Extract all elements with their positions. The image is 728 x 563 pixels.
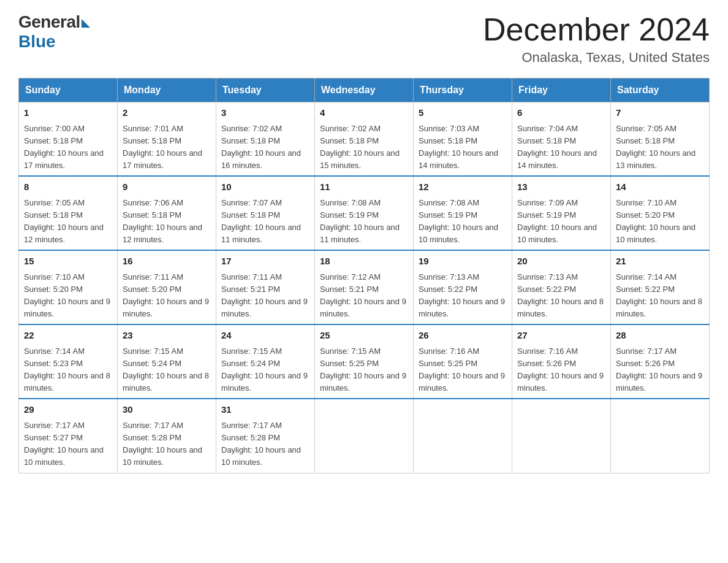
day-number: 18 bbox=[320, 255, 408, 269]
day-info: Sunrise: 7:17 AMSunset: 5:27 PMDaylight:… bbox=[24, 421, 104, 467]
day-cell: 28 Sunrise: 7:17 AMSunset: 5:26 PMDaylig… bbox=[611, 324, 710, 399]
day-cell bbox=[611, 399, 710, 473]
day-info: Sunrise: 7:13 AMSunset: 5:22 PMDaylight:… bbox=[517, 272, 604, 318]
day-info: Sunrise: 7:07 AMSunset: 5:18 PMDaylight:… bbox=[221, 198, 301, 244]
day-number: 5 bbox=[419, 106, 507, 120]
day-cell: 7 Sunrise: 7:05 AMSunset: 5:18 PMDayligh… bbox=[611, 102, 710, 177]
day-number: 17 bbox=[221, 255, 309, 269]
day-cell: 12 Sunrise: 7:08 AMSunset: 5:19 PMDaylig… bbox=[414, 176, 512, 250]
day-number: 1 bbox=[24, 106, 112, 120]
header-cell-thursday: Thursday bbox=[414, 79, 512, 102]
day-number: 26 bbox=[419, 329, 507, 343]
location-text: Onalaska, Texas, United States bbox=[483, 50, 710, 66]
week-row-1: 1 Sunrise: 7:00 AMSunset: 5:18 PMDayligh… bbox=[19, 102, 710, 177]
day-cell: 8 Sunrise: 7:05 AMSunset: 5:18 PMDayligh… bbox=[19, 176, 118, 250]
day-number: 14 bbox=[616, 180, 704, 194]
day-number: 28 bbox=[616, 329, 704, 343]
day-cell: 18 Sunrise: 7:12 AMSunset: 5:21 PMDaylig… bbox=[315, 250, 414, 324]
day-number: 3 bbox=[221, 106, 309, 120]
day-cell: 27 Sunrise: 7:16 AMSunset: 5:26 PMDaylig… bbox=[512, 324, 611, 399]
day-number: 2 bbox=[123, 106, 211, 120]
day-info: Sunrise: 7:17 AMSunset: 5:28 PMDaylight:… bbox=[123, 421, 202, 467]
day-info: Sunrise: 7:15 AMSunset: 5:25 PMDaylight:… bbox=[320, 347, 406, 393]
day-info: Sunrise: 7:05 AMSunset: 5:18 PMDaylight:… bbox=[24, 198, 104, 244]
day-cell bbox=[315, 399, 414, 473]
day-cell: 3 Sunrise: 7:02 AMSunset: 5:18 PMDayligh… bbox=[216, 102, 315, 177]
logo-arrow-icon bbox=[82, 19, 90, 28]
month-title: December 2024 bbox=[483, 12, 710, 47]
title-area: December 2024 Onalaska, Texas, United St… bbox=[483, 12, 710, 66]
day-number: 4 bbox=[320, 106, 408, 120]
day-cell: 10 Sunrise: 7:07 AMSunset: 5:18 PMDaylig… bbox=[216, 176, 315, 250]
week-row-5: 29 Sunrise: 7:17 AMSunset: 5:27 PMDaylig… bbox=[19, 399, 710, 473]
day-cell: 17 Sunrise: 7:11 AMSunset: 5:21 PMDaylig… bbox=[216, 250, 315, 324]
day-cell: 31 Sunrise: 7:17 AMSunset: 5:28 PMDaylig… bbox=[216, 399, 315, 473]
day-cell: 4 Sunrise: 7:02 AMSunset: 5:18 PMDayligh… bbox=[315, 102, 414, 177]
day-info: Sunrise: 7:01 AMSunset: 5:18 PMDaylight:… bbox=[123, 124, 202, 170]
day-cell: 16 Sunrise: 7:11 AMSunset: 5:20 PMDaylig… bbox=[118, 250, 216, 324]
day-info: Sunrise: 7:10 AMSunset: 5:20 PMDaylight:… bbox=[24, 272, 110, 318]
day-number: 16 bbox=[123, 255, 211, 269]
day-number: 20 bbox=[517, 255, 605, 269]
day-cell: 2 Sunrise: 7:01 AMSunset: 5:18 PMDayligh… bbox=[118, 102, 216, 177]
week-row-2: 8 Sunrise: 7:05 AMSunset: 5:18 PMDayligh… bbox=[19, 176, 710, 250]
header-cell-friday: Friday bbox=[512, 79, 611, 102]
day-number: 10 bbox=[221, 180, 309, 194]
day-info: Sunrise: 7:14 AMSunset: 5:23 PMDaylight:… bbox=[24, 347, 110, 393]
day-cell: 20 Sunrise: 7:13 AMSunset: 5:22 PMDaylig… bbox=[512, 250, 611, 324]
day-cell: 29 Sunrise: 7:17 AMSunset: 5:27 PMDaylig… bbox=[19, 399, 118, 473]
logo: General Blue bbox=[18, 12, 90, 52]
week-row-3: 15 Sunrise: 7:10 AMSunset: 5:20 PMDaylig… bbox=[19, 250, 710, 324]
day-info: Sunrise: 7:09 AMSunset: 5:19 PMDaylight:… bbox=[517, 198, 597, 244]
header-cell-saturday: Saturday bbox=[611, 79, 710, 102]
day-cell: 13 Sunrise: 7:09 AMSunset: 5:19 PMDaylig… bbox=[512, 176, 611, 250]
day-cell: 19 Sunrise: 7:13 AMSunset: 5:22 PMDaylig… bbox=[414, 250, 512, 324]
day-number: 6 bbox=[517, 106, 605, 120]
day-number: 13 bbox=[517, 180, 605, 194]
day-info: Sunrise: 7:11 AMSunset: 5:21 PMDaylight:… bbox=[221, 272, 308, 318]
day-info: Sunrise: 7:17 AMSunset: 5:28 PMDaylight:… bbox=[221, 421, 301, 467]
day-cell: 24 Sunrise: 7:15 AMSunset: 5:24 PMDaylig… bbox=[216, 324, 315, 399]
day-info: Sunrise: 7:06 AMSunset: 5:18 PMDaylight:… bbox=[123, 198, 202, 244]
day-number: 29 bbox=[24, 403, 112, 417]
day-info: Sunrise: 7:15 AMSunset: 5:24 PMDaylight:… bbox=[221, 347, 308, 393]
day-number: 21 bbox=[616, 255, 704, 269]
day-info: Sunrise: 7:14 AMSunset: 5:22 PMDaylight:… bbox=[616, 272, 702, 318]
day-number: 9 bbox=[123, 180, 211, 194]
day-info: Sunrise: 7:10 AMSunset: 5:20 PMDaylight:… bbox=[616, 198, 696, 244]
day-number: 8 bbox=[24, 180, 112, 194]
day-info: Sunrise: 7:08 AMSunset: 5:19 PMDaylight:… bbox=[320, 198, 400, 244]
day-number: 22 bbox=[24, 329, 112, 343]
day-info: Sunrise: 7:03 AMSunset: 5:18 PMDaylight:… bbox=[419, 124, 498, 170]
day-cell bbox=[512, 399, 611, 473]
day-number: 30 bbox=[123, 403, 211, 417]
day-info: Sunrise: 7:08 AMSunset: 5:19 PMDaylight:… bbox=[419, 198, 498, 244]
day-cell: 9 Sunrise: 7:06 AMSunset: 5:18 PMDayligh… bbox=[118, 176, 216, 250]
day-number: 15 bbox=[24, 255, 112, 269]
week-row-4: 22 Sunrise: 7:14 AMSunset: 5:23 PMDaylig… bbox=[19, 324, 710, 399]
day-cell: 23 Sunrise: 7:15 AMSunset: 5:24 PMDaylig… bbox=[118, 324, 216, 399]
day-info: Sunrise: 7:16 AMSunset: 5:26 PMDaylight:… bbox=[517, 347, 604, 393]
day-info: Sunrise: 7:12 AMSunset: 5:21 PMDaylight:… bbox=[320, 272, 406, 318]
day-info: Sunrise: 7:00 AMSunset: 5:18 PMDaylight:… bbox=[24, 124, 104, 170]
logo-general-text: General bbox=[18, 12, 80, 32]
day-info: Sunrise: 7:02 AMSunset: 5:18 PMDaylight:… bbox=[320, 124, 400, 170]
day-info: Sunrise: 7:13 AMSunset: 5:22 PMDaylight:… bbox=[419, 272, 505, 318]
day-number: 19 bbox=[419, 255, 507, 269]
day-cell: 6 Sunrise: 7:04 AMSunset: 5:18 PMDayligh… bbox=[512, 102, 611, 177]
day-number: 7 bbox=[616, 106, 704, 120]
header-cell-tuesday: Tuesday bbox=[216, 79, 315, 102]
page-header: General Blue December 2024 Onalaska, Tex… bbox=[18, 12, 710, 66]
day-number: 11 bbox=[320, 180, 408, 194]
day-number: 23 bbox=[123, 329, 211, 343]
header-cell-monday: Monday bbox=[118, 79, 216, 102]
day-cell: 25 Sunrise: 7:15 AMSunset: 5:25 PMDaylig… bbox=[315, 324, 414, 399]
day-number: 12 bbox=[419, 180, 507, 194]
day-number: 27 bbox=[517, 329, 605, 343]
day-info: Sunrise: 7:02 AMSunset: 5:18 PMDaylight:… bbox=[221, 124, 301, 170]
day-number: 31 bbox=[221, 403, 309, 417]
calendar-table: SundayMondayTuesdayWednesdayThursdayFrid… bbox=[18, 78, 710, 473]
logo-blue-text: Blue bbox=[18, 32, 56, 52]
header-cell-sunday: Sunday bbox=[19, 79, 118, 102]
day-cell: 5 Sunrise: 7:03 AMSunset: 5:18 PMDayligh… bbox=[414, 102, 512, 177]
